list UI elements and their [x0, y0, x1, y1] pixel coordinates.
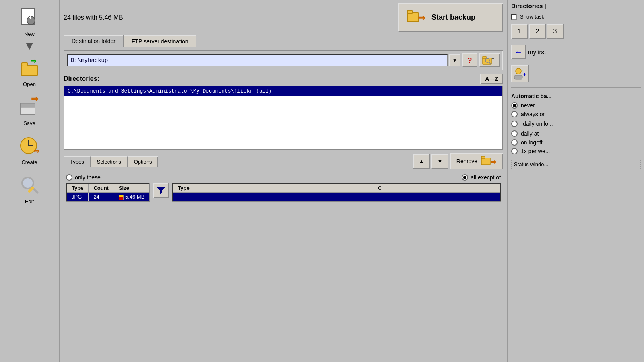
directories-list: C:\Documents and Settings\Administrator\… [64, 86, 503, 150]
types-table-container: Type Count Size JPG 24 5.46 MB [66, 183, 501, 202]
separator [511, 87, 641, 88]
svg-rect-3 [21, 63, 28, 66]
backup-icon: ⇒ [407, 7, 427, 28]
auto-backup-title: Automatic ba... [511, 93, 641, 99]
svg-text:⇒: ⇒ [31, 96, 39, 104]
svg-rect-27 [514, 75, 522, 79]
profile-action-button[interactable]: ↑ + [511, 65, 529, 82]
save-icon: ⇒ [17, 94, 42, 119]
col-size: Size [114, 183, 150, 193]
col2-type: Type [172, 183, 373, 193]
radio-always-or-btn[interactable] [511, 111, 518, 117]
status-window-label: Status windo... [514, 161, 548, 167]
save-label: Save [23, 120, 35, 126]
cell2-type [172, 193, 373, 202]
radio-1x-per-week-btn[interactable] [511, 148, 518, 154]
radio-daily-at-label: daily at [521, 130, 539, 137]
size-icon [119, 195, 124, 200]
num-btn-2[interactable]: 2 [529, 24, 546, 39]
status-window-section: Status windo... [511, 160, 641, 169]
lower-section: Types Selections Options ▲ ▼ Remove ⇒ [64, 153, 503, 359]
move-down-button[interactable]: ▼ [431, 154, 448, 169]
edit-button[interactable]: Edit [7, 169, 52, 207]
remove-button[interactable]: Remove ⇒ [450, 153, 503, 169]
tab-destination-folder[interactable]: Destination folder [64, 35, 124, 47]
only-these-radio[interactable] [66, 174, 72, 181]
radio-on-logoff[interactable]: on logoff [511, 138, 641, 147]
cell2-c [373, 193, 500, 202]
svg-point-26 [516, 68, 521, 74]
sort-button[interactable]: A→Z [480, 74, 503, 84]
directories-label: Directories: [64, 75, 99, 82]
myfirst-label: myfirst [528, 49, 546, 56]
show-task-label: Show task [520, 14, 544, 20]
radio-daily-on[interactable]: daily on lo... [511, 119, 641, 129]
radio-on-logoff-btn[interactable] [511, 139, 518, 146]
show-task-checkbox[interactable] [511, 14, 517, 20]
radio-always-or[interactable]: always or [511, 110, 641, 119]
destination-path-input[interactable] [67, 54, 448, 66]
start-backup-button[interactable]: ⇒ Start backup [398, 3, 503, 32]
col2-c: C [373, 183, 500, 193]
filter-button[interactable] [153, 183, 169, 198]
table-row[interactable]: JPG 24 5.46 MB [66, 193, 150, 202]
svg-text:...: ... [492, 55, 495, 60]
radio-never-label: never [521, 102, 535, 109]
destination-dropdown-button[interactable]: ▼ [449, 54, 460, 66]
radio-on-logoff-label: on logoff [521, 139, 542, 146]
create-label: Create [21, 159, 37, 165]
save-button[interactable]: ⇒ Save [7, 91, 52, 129]
help-button[interactable]: ? [462, 53, 477, 67]
excluded-types-table: Type C [172, 183, 501, 202]
all-except-option[interactable]: all execpt of [462, 174, 501, 181]
radio-daily-on-btn[interactable] [511, 121, 518, 127]
col-count: Count [89, 183, 114, 193]
radio-daily-at-btn[interactable] [511, 130, 518, 137]
only-these-option[interactable]: only these [66, 174, 101, 181]
svg-rect-24 [481, 156, 485, 159]
svg-rect-19 [483, 56, 486, 59]
radio-always-or-label: always or [521, 111, 545, 117]
edit-label: Edit [25, 198, 34, 204]
svg-rect-15 [407, 13, 419, 22]
radio-never-btn[interactable] [511, 102, 518, 109]
number-buttons: 1 2 3 [511, 24, 641, 39]
filter-row: only these all execpt of [66, 174, 501, 181]
right-panel-title: Directories | [511, 2, 641, 11]
table-row-2[interactable] [172, 193, 500, 202]
radio-never[interactable]: never [511, 101, 641, 110]
svg-rect-2 [21, 65, 37, 76]
auto-backup-section: Automatic ba... never always or daily on… [511, 93, 641, 156]
tab-options[interactable]: Options [128, 156, 159, 167]
all-except-label: all execpt of [471, 174, 501, 181]
radio-1x-per-week[interactable]: 1x per we... [511, 147, 641, 156]
new-button[interactable]: New [7, 2, 52, 40]
down-arrow-icon: ▼ [24, 41, 35, 52]
svg-text:⇒: ⇒ [33, 147, 39, 155]
right-panel: Directories | Show task 1 2 3 ← myfirst … [507, 0, 644, 362]
move-up-button[interactable]: ▲ [413, 154, 430, 169]
directory-item[interactable]: C:\Documents and Settings\Administrator\… [64, 86, 502, 96]
create-button[interactable]: ⇒ Create [7, 130, 52, 168]
tab-selections[interactable]: Selections [91, 156, 128, 167]
browse-button[interactable]: ... [479, 53, 500, 67]
header-row: 24 files with 5.46 MB ⇒ Start backup [64, 3, 503, 32]
svg-text:+: + [523, 72, 526, 77]
open-button[interactable]: ⇒ Open [7, 52, 52, 90]
types-panel: only these all execpt of Type Count Size [64, 172, 503, 359]
svg-rect-6 [21, 103, 35, 107]
num-btn-1[interactable]: 1 [511, 24, 528, 39]
directories-header: Directories: A→Z [64, 74, 503, 84]
num-btn-3[interactable]: 3 [547, 24, 564, 39]
destination-tabs: Destination folder FTP server destinatio… [64, 35, 503, 47]
destination-section: ▼ ? ... [64, 50, 503, 70]
back-button[interactable]: ← [511, 45, 526, 59]
all-except-radio[interactable] [462, 174, 468, 181]
radio-daily-at[interactable]: daily at [511, 129, 641, 138]
radio-daily-on-label: daily on lo... [521, 120, 555, 128]
tab-types[interactable]: Types [64, 156, 91, 167]
tab-ftp-server[interactable]: FTP server destination [124, 35, 196, 47]
myfirst-row: ← myfirst [511, 45, 641, 59]
dest-input-row: ▼ ? ... [67, 53, 500, 67]
svg-text:⇒: ⇒ [418, 13, 425, 23]
